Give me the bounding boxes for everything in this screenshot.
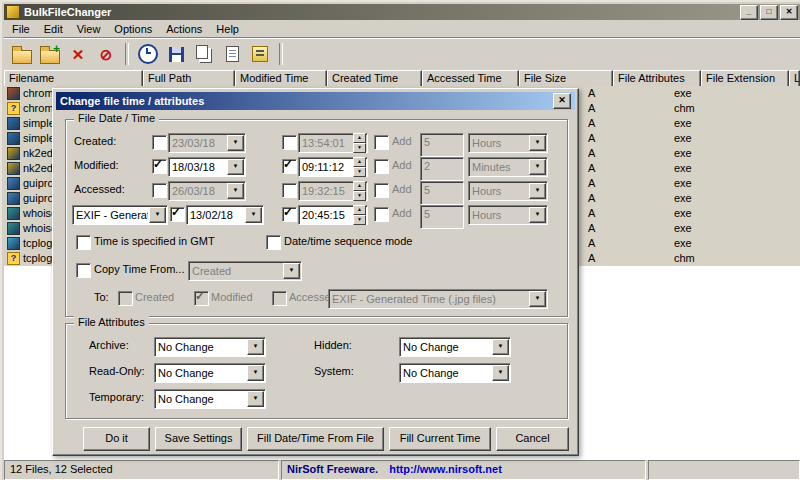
accessed-time-field-spin-down[interactable]: ▼	[353, 191, 366, 201]
add-files-button[interactable]	[9, 41, 35, 67]
system-select[interactable]: No Change▼	[399, 363, 511, 383]
exif-generated-time-field-spin-down[interactable]: ▼	[353, 215, 366, 225]
add-folder-button[interactable]	[37, 41, 63, 67]
menu-help[interactable]: Help	[209, 21, 246, 37]
exif-type-select[interactable]: EXIF - Generated▼	[72, 205, 168, 225]
exif-generated-time-field-spinner[interactable]: ▲▼	[353, 205, 366, 225]
modified-add-unit-select[interactable]: Minutes▼	[468, 157, 548, 177]
gmt-checkbox[interactable]	[76, 235, 91, 250]
menu-edit[interactable]: Edit	[37, 21, 70, 37]
created-time-checkbox[interactable]	[282, 135, 297, 150]
created-date-checkbox[interactable]	[152, 135, 167, 150]
exif-generated-date-select[interactable]: 13/02/18▼	[186, 205, 264, 225]
menu-actions[interactable]: Actions	[159, 21, 209, 37]
application-file-icon	[7, 237, 20, 250]
created-add-checkbox[interactable]	[374, 135, 389, 150]
modified-time-field[interactable]: 09:11:12▲▼	[298, 157, 368, 177]
copy-from-select-arrow[interactable]: ▼	[283, 263, 300, 279]
save-settings-button[interactable]: Save Settings	[155, 427, 242, 451]
created-row: Created:23/03/18▼13:54:01▲▼Add5Hours▼	[66, 132, 567, 152]
created-add-value[interactable]: 5	[420, 133, 464, 157]
created-date-select[interactable]: 23/03/18▼	[168, 133, 246, 153]
application-file-icon	[7, 162, 20, 175]
modified-time-checkbox[interactable]: ✓	[282, 159, 297, 174]
created-add-unit-select[interactable]: Hours▼	[468, 133, 548, 153]
exif-generated-add-unit-select-arrow[interactable]: ▼	[529, 207, 546, 223]
modified-time-field-spin-up[interactable]: ▲	[353, 157, 366, 167]
copy-from-select[interactable]: Created▼	[188, 261, 302, 281]
accessed-date-select[interactable]: 26/03/18▼	[168, 181, 246, 201]
fill-date-time-from-file-button[interactable]: Fill Date/Time From File	[247, 427, 384, 451]
modified-add-checkbox[interactable]	[374, 159, 389, 174]
menu-options[interactable]: Options	[107, 21, 159, 37]
accessed-date-checkbox[interactable]	[152, 183, 167, 198]
file-extension-cell: exe	[670, 146, 756, 161]
created-time-field-spin-up[interactable]: ▲	[353, 133, 366, 143]
accessed-add-value[interactable]: 5	[420, 181, 464, 205]
exif-generated-add-value[interactable]: 5	[420, 205, 464, 229]
dialog-title-bar[interactable]: Change file time / attributes ✕	[56, 92, 575, 110]
exif-generated-date-checkbox[interactable]: ✓	[170, 207, 185, 222]
maximize-button[interactable]: □	[760, 5, 778, 20]
file-extension-cell: exe	[670, 131, 756, 146]
file-extension-cell: exe	[670, 86, 756, 101]
exif-generated-time-field-spin-up[interactable]: ▲	[353, 205, 366, 215]
stop-button[interactable]: ⊘	[93, 41, 119, 67]
accessed-add-checkbox[interactable]	[374, 183, 389, 198]
save-report-button[interactable]	[163, 41, 189, 67]
created-time-field-spin-down[interactable]: ▼	[353, 143, 366, 153]
created-date-select-arrow[interactable]: ▼	[227, 135, 244, 151]
nirsoft-url-link[interactable]: http://www.nirsoft.net	[389, 463, 502, 475]
exif-generated-date-select-arrow[interactable]: ▼	[245, 207, 262, 223]
explorer-copy-button[interactable]	[219, 41, 245, 67]
temporary-select[interactable]: No Change▼	[154, 389, 266, 409]
copy-to-target-select[interactable]: EXIF - Generated Time (.jpg files)▼	[328, 289, 548, 309]
modified-date-checkbox[interactable]: ✓	[152, 159, 167, 174]
created-time-field[interactable]: 13:54:01▲▼	[298, 133, 368, 153]
modified-time-field-spinner[interactable]: ▲▼	[353, 157, 366, 177]
system-select-arrow[interactable]: ▼	[492, 365, 509, 381]
exif-type-select-arrow[interactable]: ▼	[149, 207, 166, 223]
menu-view[interactable]: View	[70, 21, 108, 37]
copy-to-target-select-arrow[interactable]: ▼	[529, 291, 546, 307]
system-label: System:	[314, 365, 354, 377]
accessed-add-unit-select-arrow[interactable]: ▼	[529, 183, 546, 199]
do-it-button[interactable]: Do it	[83, 427, 150, 451]
modified-date-select[interactable]: 18/03/18▼	[168, 157, 246, 177]
copy-time-from-checkbox[interactable]	[76, 263, 91, 278]
to-label: To:	[94, 291, 109, 303]
modified-add-unit-select-arrow[interactable]: ▼	[529, 159, 546, 175]
accessed-time-checkbox[interactable]	[282, 183, 297, 198]
menu-file[interactable]: File	[5, 21, 37, 37]
cancel-button[interactable]: Cancel	[496, 427, 569, 451]
hidden-select[interactable]: No Change▼	[399, 337, 511, 357]
accessed-time-field-spin-up[interactable]: ▲	[353, 181, 366, 191]
exif-generated-add-checkbox[interactable]	[374, 207, 389, 222]
temporary-select-arrow[interactable]: ▼	[247, 391, 264, 407]
modified-date-select-arrow[interactable]: ▼	[227, 159, 244, 175]
created-add-unit-select-arrow[interactable]: ▼	[529, 135, 546, 151]
dialog-close-button[interactable]: ✕	[553, 93, 571, 109]
properties-button[interactable]	[247, 41, 273, 67]
change-time-button[interactable]	[135, 41, 161, 67]
exif-generated-add-unit-select[interactable]: Hours▼	[468, 205, 548, 225]
minimize-button[interactable]: _	[740, 5, 758, 20]
copy-time-from-row: Copy Time From...Created▼	[66, 260, 567, 280]
accessed-add-unit-select[interactable]: Hours▼	[468, 181, 548, 201]
fill-current-time-button[interactable]: Fill Current Time	[389, 427, 491, 451]
title-bar[interactable]: BulkFileChanger _□✕	[4, 4, 800, 20]
accessed-time-field[interactable]: 19:32:15▲▼	[298, 181, 368, 201]
hidden-select-arrow[interactable]: ▼	[492, 339, 509, 355]
copy-selected-button[interactable]	[191, 41, 217, 67]
accessed-time-field-spinner[interactable]: ▲▼	[353, 181, 366, 201]
modified-time-field-spin-down[interactable]: ▼	[353, 167, 366, 177]
created-time-field-spinner[interactable]: ▲▼	[353, 133, 366, 153]
exif-generated-time-field[interactable]: 20:45:15▲▼	[298, 205, 368, 225]
remove-selected-button[interactable]: ✕	[65, 41, 91, 67]
close-button[interactable]: ✕	[780, 5, 798, 20]
exif-generated-time-checkbox[interactable]: ✓	[282, 207, 297, 222]
sequence-mode-checkbox[interactable]	[266, 235, 281, 250]
modified-add-value[interactable]: 2	[420, 157, 464, 181]
accessed-date-select-arrow[interactable]: ▼	[227, 183, 244, 199]
file-attributes-cell: A	[584, 101, 670, 116]
